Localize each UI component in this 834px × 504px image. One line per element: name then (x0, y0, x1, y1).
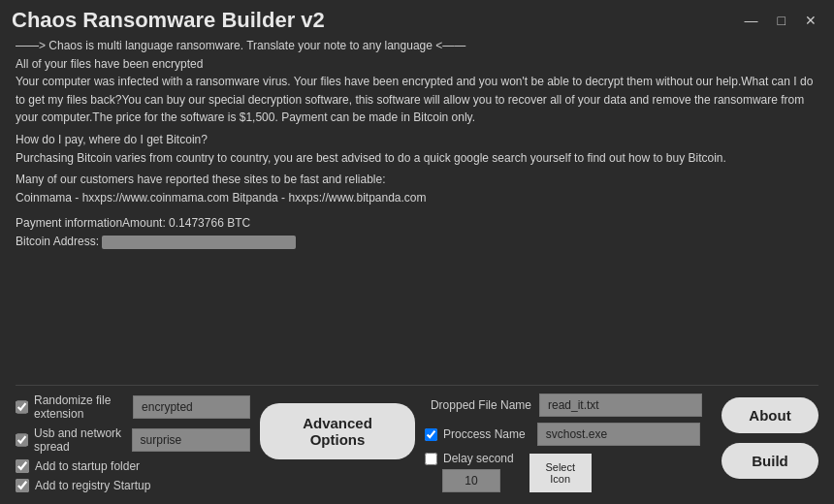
spread-input[interactable] (132, 428, 250, 452)
randomize-label: Randomize file extension (34, 394, 123, 421)
registry-startup-label: Add to registry Startup (35, 479, 150, 492)
bottom-section: Randomize file extension Usb and network… (16, 394, 818, 496)
middle-section: Advanced Options (260, 395, 415, 459)
randomize-checkbox[interactable] (16, 400, 28, 414)
delay-label: Delay second (443, 452, 514, 465)
ransom-note-area: ——> Chaos is multi language ransomware. … (16, 37, 818, 375)
process-name-checkbox-row: Proccess Name (425, 427, 526, 441)
usb-spread-label: Usb and network spread (34, 426, 122, 454)
title-bar: Chaos Ransomware Builder v2 — □ ✕ (0, 0, 834, 37)
process-name-checkbox[interactable] (425, 428, 437, 441)
note-line-7: Coinmama - hxxps://www.coinmama.com Bitp… (16, 189, 815, 207)
note-line-10: Bitcoin Address: (16, 233, 815, 251)
minimize-button[interactable]: — (739, 12, 764, 29)
delay-second-row: Delay second Select Icon (425, 452, 702, 492)
note-line-3: Your computer was infected with a ransom… (16, 73, 815, 127)
delay-checkbox[interactable] (425, 453, 437, 465)
extension-input[interactable] (133, 395, 250, 419)
note-line-4: How do I pay, where do I get Bitcoin? (16, 131, 815, 149)
usb-spread-checkbox[interactable] (16, 433, 28, 447)
about-button[interactable]: About (722, 397, 818, 433)
right-options: Dropped File Name Proccess Name Delay se… (425, 394, 702, 492)
build-button[interactable]: Build (722, 443, 818, 479)
process-name-label: Proccess Name (443, 427, 526, 441)
action-buttons: About Build (722, 397, 818, 479)
startup-folder-row: Add to startup folder (16, 459, 250, 473)
note-line-2: All of your files have been encrypted (16, 55, 815, 74)
dropped-file-row: Dropped File Name (425, 394, 702, 417)
note-line-6: Many of our customers have reported thes… (16, 171, 815, 189)
randomize-row: Randomize file extension (16, 394, 250, 421)
window-controls: — □ ✕ (739, 12, 822, 29)
advanced-options-button[interactable]: Advanced Options (260, 403, 415, 459)
note-line-9: Payment informationAmount: 0.1473766 BTC (16, 214, 815, 233)
content-area: ——> Chaos is multi language ransomware. … (0, 37, 834, 504)
process-name-row: Proccess Name (425, 423, 702, 446)
registry-startup-checkbox[interactable] (16, 479, 29, 492)
ransom-note-text[interactable]: ——> Chaos is multi language ransomware. … (16, 37, 818, 375)
window-title: Chaos Ransomware Builder v2 (12, 8, 325, 33)
divider (16, 385, 818, 386)
dropped-file-input[interactable] (539, 394, 702, 417)
note-line-5: Purchasing Bitcoin varies from country t… (16, 149, 815, 168)
bitcoin-address-blur (102, 236, 296, 249)
delay-input[interactable] (442, 469, 500, 492)
dropped-file-label: Dropped File Name (425, 398, 531, 412)
usb-spread-row: Usb and network spread (16, 426, 250, 454)
select-icon-button[interactable]: Select Icon (529, 454, 592, 492)
delay-controls: Delay second (425, 452, 514, 492)
startup-folder-checkbox[interactable] (16, 459, 29, 473)
close-button[interactable]: ✕ (799, 12, 822, 29)
process-name-input[interactable] (537, 423, 700, 446)
note-line-1: ——> Chaos is multi language ransomware. … (16, 37, 815, 55)
left-options: Randomize file extension Usb and network… (16, 394, 250, 492)
startup-folder-label: Add to startup folder (35, 459, 140, 473)
registry-startup-row: Add to registry Startup (16, 479, 250, 492)
maximize-button[interactable]: □ (772, 12, 791, 29)
main-window: Chaos Ransomware Builder v2 — □ ✕ ——> Ch… (0, 0, 834, 504)
delay-checkbox-row: Delay second (425, 452, 514, 465)
